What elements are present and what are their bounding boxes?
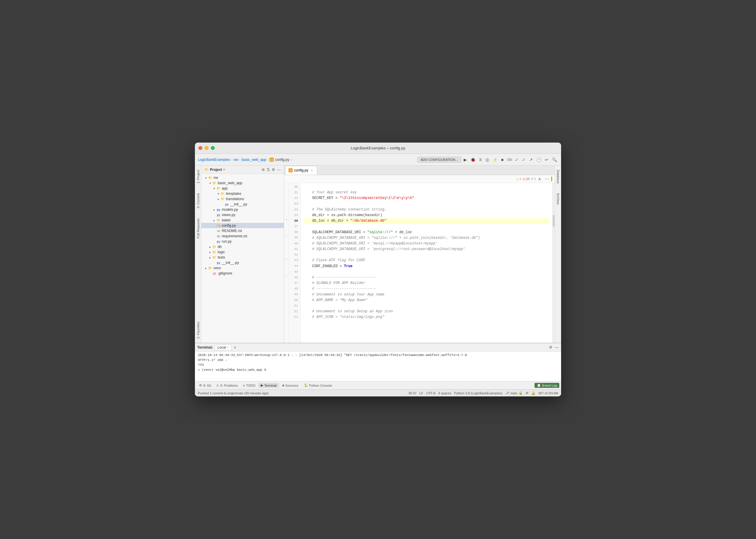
code-line-34: # The SQLAlchemy connection string. [303,207,549,212]
tree-item-app[interactable]: ▾ 📁 app [202,186,284,191]
tree-item-templates-label: templates [226,192,241,196]
coverage-button[interactable]: ⧖ [478,156,483,163]
gutter-30 [284,183,289,189]
tree-item-gitignore[interactable]: git .gitignore [202,271,284,276]
breadcrumb-basic-web-app[interactable]: basic_web_app [242,158,266,162]
tree-item-logic-label: logic [218,250,225,254]
branch-name: main [510,391,517,395]
tree-item-venv[interactable]: ▸ 📁 venv [202,266,284,271]
profile-button[interactable]: ◎ [484,157,490,163]
ln-34: 34 [291,207,298,212]
status-bar-right: 397 of 2014M [538,391,558,395]
vcs-commit-message[interactable]: Pushed 1 commit to origin/main (30 minut… [198,391,269,395]
bottom-tab-todo[interactable]: ≡ TODO [241,383,258,388]
terminal-close-icon[interactable]: — [555,345,559,349]
cursor-position[interactable]: 36:37 [408,391,417,395]
code-content[interactable]: # Your App secret key SECRET_KEY = "\2\1… [300,183,552,343]
bottom-tab-python-console[interactable]: 🐍 Python Console [301,383,335,388]
add-configuration-button[interactable]: ADD CONFIGURATION... [417,157,461,163]
gutter-32 [284,194,289,200]
ln-47: 47 [291,280,298,286]
tree-item-init-app[interactable]: py __init__.py [202,201,284,207]
scroll-thumb[interactable] [553,215,554,227]
error-count-badge[interactable]: ⚠ 10 [522,177,530,181]
tree-item-babel[interactable]: ▸ 📁 babel [202,217,284,223]
bottom-tab-terminal[interactable]: ▶ Terminal [258,383,279,388]
tree-item-templates[interactable]: ▾ 📁 templates [202,191,284,196]
sync-icon[interactable]: ⇄ [526,391,528,395]
git-check2-button[interactable]: ✓ [521,157,527,163]
gutter-33 [284,200,289,206]
code-line-41: # SQLALCHEMY_DATABASE_URI = 'postgresql:… [303,247,549,252]
run-button[interactable]: ▶ [462,157,468,163]
debug-button[interactable]: 🐞 [469,157,477,163]
git-history-button[interactable]: 🕐 [535,157,543,163]
tab-config-py[interactable]: py config.py × [285,166,317,175]
python-version[interactable]: Python 3.8 (LogicBankExamples) [454,391,502,395]
bottom-tab-problems[interactable]: ⚠ 6: Problems [214,383,240,388]
terminal-tab-close[interactable]: × [227,346,229,349]
bottom-tabs: ⚙ 9: Git ⚠ 6: Problems ≡ TODO ▶ Terminal… [195,381,561,389]
breadcrumb-project[interactable]: LogicBankExamples [198,158,230,162]
minimize-panel-icon[interactable]: — [277,167,281,172]
line-ending[interactable]: LF [419,391,423,395]
close-button[interactable] [199,146,202,150]
breadcrumb-nw[interactable]: nw [234,158,238,162]
git-push-button[interactable]: ↗ [528,157,534,163]
expand-button[interactable]: ∧ [537,176,542,182]
git-revert-button[interactable]: ↩ [544,157,549,163]
minimize-button[interactable] [205,146,209,150]
more-button[interactable]: ⋯ [544,176,550,182]
run-config-button[interactable]: ⚡ [491,157,499,163]
terminal-log-text-1: 2020-10-14 06:49:33,537:INFO:werkzeug:12… [198,353,467,357]
stop-button[interactable]: ■ [500,157,505,163]
gutter-46: □ [284,273,289,279]
sidebar-tab-commit[interactable]: 0: Commit [196,192,201,210]
warning-count-badge[interactable]: ⚠ 4 [516,177,521,181]
tree-item-run[interactable]: py run.py [202,239,284,244]
encoding[interactable]: UTF-8 [426,391,435,395]
terminal-settings-icon[interactable]: ⚙ [549,345,552,349]
sidebar-tab-pull-requests[interactable]: Pull Requests [196,217,201,240]
file-gitignore-icon: git [212,271,217,275]
tree-item-views-label: views.py [222,213,235,217]
settings-icon[interactable]: ⚙ [272,167,275,172]
tree-item-config[interactable]: cfg config.py [202,223,284,228]
maximize-button[interactable] [211,146,215,150]
tab-close-button[interactable]: × [310,168,314,172]
scroll-position-indicator [551,177,552,181]
tree-item-basic-web-app[interactable]: ▾ 📁 basic_web_app [202,180,284,186]
gutter-34 [284,206,289,211]
tree-item-readme[interactable]: rst README.rst [202,228,284,233]
tree-item-models[interactable]: ▸ py models.py [202,207,284,212]
terminal-content[interactable]: 2020-10-14 06:49:33,537:INFO:werkzeug:12… [195,351,561,381]
tree-item-translations[interactable]: ▸ 📁 translations [202,196,284,201]
sidebar-tab-project[interactable]: 1: Project [196,168,201,185]
tree-item-tests[interactable]: ▸ 📁 tests [202,255,284,260]
tree-item-views[interactable]: py views.py [202,212,284,217]
tree-item-db[interactable]: ▸ 📁 db [202,244,284,250]
sidebar-tab-favorites[interactable]: 2: Favorites [196,320,201,340]
tab-label: config.py [294,168,308,172]
tree-item-init-nw[interactable]: py __init__.py [202,260,284,266]
branch-indicator[interactable]: ⎇ main 🔒 [505,391,523,395]
bottom-tab-event-log[interactable]: 📋 Event Log [535,383,559,388]
tree-item-nw[interactable]: ▾ 📁 nw [202,175,284,180]
tree-item-requirements[interactable]: txt requirements.txt [202,233,284,239]
terminal-tab-local[interactable]: Local × [215,345,231,350]
bottom-tab-sourcery[interactable]: ◈ Sourcery [280,383,301,388]
search-button[interactable]: 🔍 [551,157,558,163]
folder-nw-icon: 📁 [208,176,212,180]
sidebar-tab-database[interactable]: Database [555,168,561,186]
info-count-badge[interactable]: ✗ 8 [531,177,536,181]
bottom-tab-git[interactable]: ⚙ 9: Git [197,383,213,388]
indent-size[interactable]: 4 spaces [438,391,451,395]
terminal-add-button[interactable]: + [233,345,237,350]
git-check-button[interactable]: ✓ [514,157,520,163]
tree-item-logic[interactable]: ▸ 📁 logic [202,250,284,255]
scope-icon[interactable]: ⊕ [262,167,265,172]
breadcrumb-config[interactable]: config.py [275,158,289,162]
filter-icon[interactable]: ⇅ [267,167,270,172]
bell-icon[interactable]: 🔔 [531,391,536,395]
sidebar-tab-sciview[interactable]: SciView [555,191,561,206]
